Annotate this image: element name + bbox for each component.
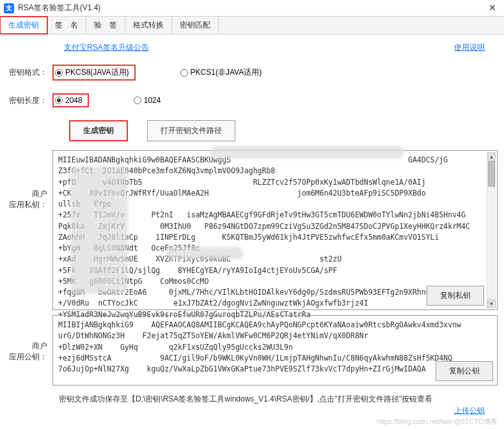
open-path-button[interactable]: 打开密钥文件路径 [147, 120, 235, 141]
scroll-thumb[interactable] [488, 161, 495, 187]
key-length-label: 密钥长度： [6, 95, 52, 106]
radio-pkcs8-label: PKCS8(JAVA适用) [65, 67, 129, 78]
upgrade-notice-link[interactable]: 支付宝RSA签名升级公告 [64, 42, 149, 53]
close-icon[interactable]: ✕ [485, 2, 500, 15]
radio-1024-label: 1024 [144, 96, 161, 105]
tab-bar: 生成密钥 签 名 验 签 格式转换 密钥匹配 [0, 17, 504, 35]
scroll-up-icon[interactable]: ▲ [487, 152, 496, 161]
private-key-label: 商户 应用私钥： [6, 150, 52, 310]
private-key-section: 商户 应用私钥： MIIEuwIBADANBgkqhkiG9w0BAQEFAAS… [0, 148, 504, 313]
radio-1024[interactable]: 1024 [134, 96, 161, 105]
radio-2048[interactable]: 2048 [52, 93, 89, 107]
status-message: 密钥文件成功保存至【D:\密钥\RSA签名验签工具windows_V1.4\RS… [0, 388, 504, 410]
titlebar: 支 RSA签名验签工具(V1.4) ✕ [0, 0, 504, 17]
key-format-radio-group: PKCS8(JAVA适用) PKCS1(非JAVA适用) [52, 65, 262, 81]
watermark-text: https://blog.csdn.net/wei @51CTO博客 [377, 417, 498, 426]
key-format-row: 密钥格式： PKCS8(JAVA适用) PKCS1(非JAVA适用) [0, 58, 504, 87]
upload-public-key-link[interactable]: 上传公钥 [454, 405, 485, 416]
copy-public-button[interactable]: 复制公钥 [436, 361, 493, 381]
public-key-text: MIIBIjANBgkqhkiG9 AQEFAAOCAQ8AMIIBCgKCAQ… [58, 320, 492, 375]
radio-pkcs1-label: PKCS1(非JAVA适用) [191, 67, 262, 78]
help-link[interactable]: 使用说明 [454, 42, 485, 53]
radio-icon [55, 69, 63, 77]
radio-pkcs8[interactable]: PKCS8(JAVA适用) [52, 65, 136, 81]
button-row: 生成密钥 打开密钥文件路径 [0, 114, 504, 148]
public-key-textarea[interactable]: MIIBIjANBgkqhkiG9 AQEFAAOCAQ8AMIIBCgKCAQ… [52, 315, 498, 386]
public-key-label: 商户 应用公钥： [6, 315, 52, 386]
radio-2048-label: 2048 [65, 96, 83, 105]
tab-format-convert[interactable]: 格式转换 [125, 17, 172, 34]
tab-verify[interactable]: 验 签 [86, 17, 125, 34]
window-title: RSA签名验签工具(V1.4) [18, 3, 485, 13]
radio-icon [55, 97, 63, 104]
tab-generate-key[interactable]: 生成密钥 [0, 16, 48, 35]
tab-key-match[interactable]: 密钥匹配 [172, 17, 219, 34]
generate-key-button[interactable]: 生成密钥 [69, 120, 128, 141]
key-length-row: 密钥长度： 2048 1024 [0, 87, 504, 114]
scroll-down-icon[interactable]: ▼ [487, 299, 496, 308]
radio-icon [134, 97, 141, 104]
radio-pkcs1[interactable]: PKCS1(非JAVA适用) [180, 67, 262, 78]
key-length-radio-group: 2048 1024 [52, 93, 161, 107]
public-key-section: 商户 应用公钥： MIIBIjANBgkqhkiG9 AQEFAAOCAQ8AM… [0, 313, 504, 388]
private-key-textarea[interactable]: MIIEuwIBADANBgkqhkiG9w0BAQEFAASCBKUwggS … [52, 150, 498, 310]
key-format-label: 密钥格式： [6, 67, 52, 78]
app-logo-icon: 支 [4, 3, 14, 13]
notice-row: 支付宝RSA签名升级公告 使用说明 [0, 35, 504, 58]
scrollbar[interactable]: ▲ ▼ [487, 152, 496, 308]
tab-sign[interactable]: 签 名 [47, 17, 86, 34]
radio-icon [180, 69, 188, 77]
copy-private-button[interactable]: 复制私钥 [427, 286, 484, 306]
